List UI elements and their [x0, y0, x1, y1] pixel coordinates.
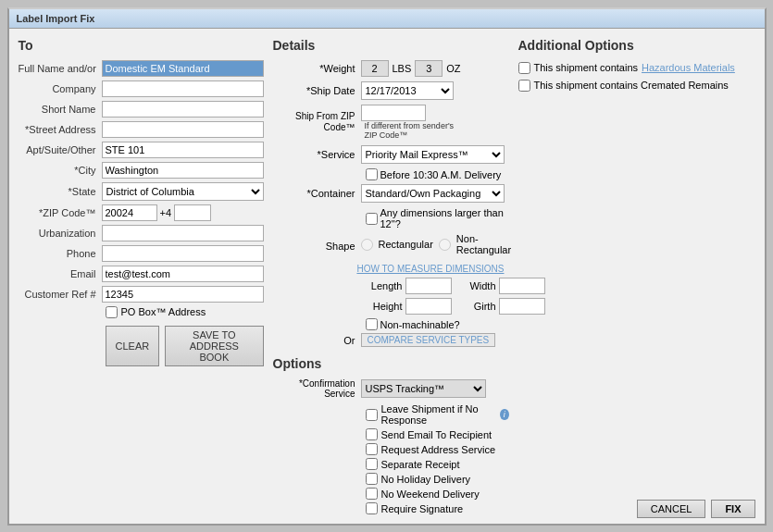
urbanization-group: Urbanization: [19, 225, 264, 241]
street-label: Street Address: [19, 124, 102, 135]
separate-receipt-label: Separate Receipt: [381, 459, 460, 470]
nonmachine-row: Non-machinable?: [273, 318, 509, 330]
container-label: Container: [273, 188, 361, 199]
nonmachine-checkbox[interactable]: [366, 318, 378, 330]
full-name-label: Full Name and/or: [19, 63, 102, 74]
hazardous-link[interactable]: Hazardous Materials: [642, 62, 735, 73]
weight-row: Weight LBS OZ: [273, 60, 509, 77]
non-rectangular-radio[interactable]: [439, 239, 451, 251]
details-title: Details: [273, 38, 509, 53]
weight-inputs: LBS OZ: [361, 60, 461, 77]
any-dimensions-checkbox[interactable]: [366, 213, 378, 225]
short-name-input[interactable]: [102, 101, 264, 118]
weight-oz-input[interactable]: [415, 60, 443, 77]
state-select[interactable]: District of Columbia: [102, 182, 264, 201]
length-group: Length: [366, 278, 452, 294]
window-title: Label Import Fix: [17, 13, 95, 24]
additional-panel: Additional Options This shipment contain…: [518, 38, 755, 512]
confirmation-select[interactable]: USPS Tracking™: [361, 379, 486, 398]
separate-receipt-checkbox[interactable]: [366, 458, 378, 470]
container-select[interactable]: Standard/Own Packaging: [361, 184, 505, 203]
ship-from-zip-input[interactable]: [361, 105, 426, 121]
ship-date-select[interactable]: 12/17/2013: [361, 81, 454, 100]
title-bar: Label Import Fix: [9, 9, 765, 29]
cremated-row: This shipment contains Cremated Remains: [518, 80, 755, 92]
weight-label: Weight: [273, 63, 361, 74]
zip-input[interactable]: [102, 204, 157, 221]
ship-from-zip-area: If different from sender's ZIP Code™: [361, 105, 457, 142]
service-select[interactable]: Priority Mail Express™: [361, 145, 505, 164]
how-to-measure-link[interactable]: HOW TO MEASURE DIMENSIONS: [273, 264, 509, 274]
no-weekend-checkbox[interactable]: [366, 488, 378, 500]
before-1030-row: Before 10:30 A.M. Delivery: [273, 168, 509, 180]
cremated-label: This shipment contains Cremated Remains: [534, 80, 729, 91]
po-box-row: PO Box™ Address: [19, 306, 264, 318]
send-email-checkbox[interactable]: [366, 428, 378, 440]
cancel-button[interactable]: CANCEL: [637, 500, 706, 518]
hazardous-checkbox[interactable]: [518, 62, 530, 74]
no-holiday-checkbox[interactable]: [366, 473, 378, 485]
shape-options: Rectangular Non-Rectangular: [361, 233, 512, 255]
ship-from-zip-label: Ship From ZIP Code™: [273, 111, 361, 133]
apt-label: Apt/Suite/Other: [19, 144, 102, 155]
fix-button[interactable]: FIX: [711, 500, 754, 518]
confirmation-row: *ConfirmationService USPS Tracking™: [273, 378, 509, 399]
request-address-label: Request Address Service: [381, 444, 496, 455]
full-name-group: Full Name and/or: [19, 60, 264, 77]
main-window: Label Import Fix To Full Name and/or Com…: [7, 7, 767, 526]
street-group: Street Address: [19, 121, 264, 138]
full-name-input[interactable]: [102, 60, 264, 77]
any-dimensions-label: Any dimensions larger than 12"?: [380, 207, 509, 229]
zip-label: ZIP Code™: [19, 207, 102, 218]
request-address-checkbox[interactable]: [366, 443, 378, 455]
zip-plus-input[interactable]: [174, 204, 211, 221]
urbanization-input[interactable]: [102, 225, 264, 241]
zip-group: ZIP Code™ +4: [19, 204, 264, 221]
phone-label: Phone: [19, 248, 102, 259]
ship-date-label: Ship Date: [273, 85, 361, 96]
leave-shipment-checkbox[interactable]: [366, 409, 378, 421]
length-input[interactable]: [405, 278, 452, 294]
city-group: City: [19, 162, 264, 179]
dimensions-row2: Height Girth: [273, 298, 509, 315]
request-address-row: Request Address Service: [273, 443, 509, 455]
leave-shipment-label: Leave Shipment if No Response: [381, 403, 494, 426]
email-input[interactable]: [102, 266, 264, 282]
require-signature-row: Require Signature: [273, 502, 509, 514]
po-box-label: PO Box™ Address: [121, 306, 206, 317]
options-title: Options: [273, 356, 509, 371]
girth-label: Girth: [459, 301, 496, 312]
city-input[interactable]: [102, 162, 264, 179]
or-label: Or: [273, 335, 361, 346]
rectangular-label: Rectangular: [379, 239, 433, 250]
oz-unit: OZ: [446, 63, 460, 74]
weight-lbs-input[interactable]: [361, 60, 389, 77]
po-box-checkbox[interactable]: [106, 306, 118, 318]
info-icon[interactable]: i: [500, 409, 508, 420]
email-group: Email: [19, 266, 264, 282]
phone-input[interactable]: [102, 245, 264, 262]
customer-ref-input[interactable]: [102, 286, 264, 303]
before-1030-checkbox[interactable]: [366, 168, 378, 180]
apt-input[interactable]: [102, 142, 264, 158]
street-input[interactable]: [102, 121, 264, 138]
ship-from-zip-row: Ship From ZIP Code™ If different from se…: [273, 105, 509, 142]
send-email-row: Send Email To Recipient: [273, 428, 509, 440]
save-address-button[interactable]: SAVE TO ADDRESS BOOK: [165, 326, 263, 366]
require-signature-checkbox[interactable]: [366, 502, 378, 514]
cremated-checkbox[interactable]: [518, 80, 530, 92]
send-email-label: Send Email To Recipient: [381, 429, 492, 440]
height-input[interactable]: [405, 298, 452, 315]
compare-service-button[interactable]: COMPARE SERVICE TYPES: [361, 333, 496, 347]
company-input[interactable]: [102, 80, 264, 97]
zip-row: +4: [102, 204, 212, 221]
shape-label: Shape: [273, 241, 361, 252]
nonmachine-label: Non-machinable?: [380, 319, 460, 330]
rectangular-radio[interactable]: [361, 239, 373, 251]
width-label: Width: [459, 280, 496, 291]
non-rectangular-label: Non-Rectangular: [456, 233, 511, 255]
customer-ref-label: Customer Ref #: [19, 289, 102, 300]
company-label: Company: [19, 83, 102, 94]
height-group: Height: [366, 298, 452, 315]
clear-button[interactable]: CLEAR: [106, 326, 160, 366]
